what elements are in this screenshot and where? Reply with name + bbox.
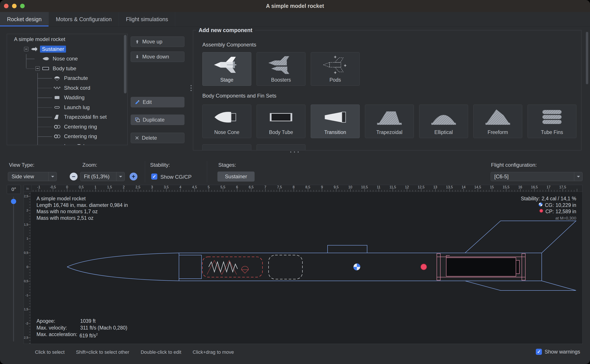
component-card-transition[interactable]: Transition <box>311 104 360 138</box>
tab-rocket-design[interactable]: Rocket design <box>0 12 49 26</box>
arrow-up-icon <box>135 39 140 44</box>
tree-item-shock-cord[interactable]: Shock cord <box>7 83 127 93</box>
tree-item-body-tube[interactable]: Body tube <box>7 64 127 73</box>
component-card-partial[interactable] <box>202 144 251 150</box>
h-ruler-label: 15,5 <box>503 185 509 189</box>
stage-toggle-sustainer[interactable]: Sustainer <box>217 171 255 182</box>
stage-icon <box>31 46 38 52</box>
flight-configuration-label: Flight configuration: <box>491 162 537 168</box>
zoom-out-button[interactable]: − <box>70 173 78 181</box>
h-ruler-label: 7 <box>264 185 266 189</box>
flight-configuration-select[interactable]: [C6-5] <box>490 172 583 181</box>
h-ruler-label: 4 <box>179 185 181 189</box>
recovery-components[interactable] <box>202 255 302 279</box>
tree-item-label: Wadding <box>63 94 86 101</box>
statusbar-hint: Shift+click to select other <box>76 349 129 355</box>
delete-label: Delete <box>142 135 157 141</box>
tree-item-label: Body tube <box>51 65 78 72</box>
tree-item-wadding[interactable]: Wadding <box>7 93 127 103</box>
parachute-canopy-glyph <box>241 266 248 273</box>
cg-legend-icon <box>538 202 543 209</box>
tree-item-a-simple-model-rocket[interactable]: A simple model rocket <box>7 34 127 44</box>
duplicate-button[interactable]: Duplicate <box>131 115 184 125</box>
tab-label: Motors & Configuration <box>56 16 112 22</box>
tree-expander-icon[interactable] <box>24 47 28 51</box>
show-warnings-checkbox[interactable] <box>536 349 542 355</box>
zoom-select[interactable]: Fit (51,3%) <box>80 172 125 181</box>
component-card-partial[interactable] <box>256 144 306 150</box>
show-cgcp-checkbox[interactable] <box>151 174 157 180</box>
h-ruler-label: 12 <box>405 185 409 189</box>
rotation-angle-box[interactable]: 0° <box>7 185 21 194</box>
h-ruler-label: 8,5 <box>305 185 310 189</box>
motor-nozzle <box>516 260 519 274</box>
inner-tube-icon <box>53 143 61 145</box>
horizontal-splitter-handle[interactable] <box>289 151 300 153</box>
h-ruler-label: 1,5 <box>107 185 112 189</box>
h-ruler-label: 14,5 <box>474 185 481 189</box>
tree-item-launch-lug[interactable]: Launch lug <box>7 103 127 112</box>
vertical-splitter-handle[interactable] <box>191 84 192 92</box>
tab-motors-configuration[interactable]: Motors & Configuration <box>49 12 119 26</box>
tree-item-trapezoidal-fin-set[interactable]: Trapezoidal fin set <box>7 112 127 122</box>
rocket-canvas[interactable]: in -1-0,500,511,522,533,544,555,566,577,… <box>24 185 583 344</box>
boosters-icon <box>267 52 295 77</box>
stability-value: 2,4 cal / 14,1 % <box>542 195 576 202</box>
v-ruler-label: 2 <box>27 209 28 212</box>
tree-item-parachute[interactable]: Parachute <box>7 73 127 83</box>
component-card-stage[interactable]: Stage <box>202 52 251 86</box>
card-label: Boosters <box>271 77 291 85</box>
cg-symbol <box>353 263 360 270</box>
v-ruler-label: -2,5 <box>24 336 28 339</box>
component-card-trapezoidal[interactable]: Trapezoidal <box>365 104 414 138</box>
move-up-button[interactable]: Move up <box>131 36 184 47</box>
tree-item-inner-tube[interactable]: Inner Tube <box>7 141 127 145</box>
component-tree-panel: A simple model rocketSustainerNose coneB… <box>7 34 127 145</box>
h-ruler-label: -1 <box>37 185 40 189</box>
move-down-button[interactable]: Move down <box>131 52 184 62</box>
view-type-value: Side view <box>12 174 34 180</box>
component-card-nose-cone[interactable]: Nose Cone <box>202 104 251 138</box>
close-window-button[interactable] <box>4 4 8 8</box>
tab-flight-simulations[interactable]: Flight simulations <box>119 12 175 26</box>
tree-item-nose-cone[interactable]: Nose cone <box>7 54 127 64</box>
flight-results-block: Apogee:1039 ft Max. velocity:311 ft/s (M… <box>36 318 127 339</box>
rocket-outline[interactable] <box>67 221 576 291</box>
tree-item-centering-ring[interactable]: Centering ring <box>7 132 127 141</box>
component-card-boosters[interactable]: Boosters <box>256 52 306 86</box>
rocket-info-block: A simple model rocketLength 16,748 in, m… <box>36 195 128 221</box>
cp-value: 12,589 in <box>556 208 576 215</box>
rotation-slider-knob[interactable] <box>11 199 16 204</box>
zoom-window-button[interactable] <box>20 4 25 8</box>
stability-block: Stability:2,4 cal / 14,1 % CG:10,229 in … <box>521 195 576 221</box>
statusbar-hints: Click to selectShift+click to select oth… <box>35 349 234 355</box>
tree-item-sustainer[interactable]: Sustainer <box>7 44 127 54</box>
tree-scrollbar[interactable] <box>124 35 127 93</box>
inner-components[interactable] <box>437 254 525 280</box>
zoom-in-button[interactable]: + <box>130 173 137 181</box>
rotation-slider-track[interactable] <box>13 197 14 342</box>
component-card-elliptical[interactable]: Elliptical <box>419 104 468 138</box>
component-card-body-tube[interactable]: Body Tube <box>256 104 306 138</box>
component-cards-row: StageBoostersPods <box>202 52 572 86</box>
minimize-window-button[interactable] <box>12 4 17 8</box>
edit-button[interactable]: Edit <box>131 97 184 107</box>
h-ruler-label: 4,5 <box>192 185 197 189</box>
tree-item-label: Sustainer <box>40 46 66 52</box>
component-card-freeform[interactable]: Freeform <box>473 104 522 138</box>
card-label: Trapezoidal <box>376 130 402 138</box>
v-ruler-label: -1 <box>26 293 28 297</box>
v-ruler-label: -0,5 <box>24 279 28 283</box>
view-type-select[interactable]: Side view <box>8 172 57 181</box>
component-card-pods[interactable]: Pods <box>311 52 360 86</box>
arrow-down-icon <box>135 54 140 59</box>
tree-item-centering-ring[interactable]: Centering ring <box>7 122 127 132</box>
h-ruler-label: 16 <box>518 185 522 189</box>
stages-label: Stages: <box>218 162 236 168</box>
tree-expander-icon[interactable] <box>35 66 40 71</box>
fin-top <box>465 221 576 253</box>
delete-button[interactable]: Delete <box>131 133 184 143</box>
component-card-tube-fins[interactable]: Tube Fins <box>528 104 577 138</box>
panel-scrollbar[interactable] <box>586 32 588 84</box>
component-cards-row: Nose ConeBody TubeTransitionTrapezoidalE… <box>202 104 572 138</box>
